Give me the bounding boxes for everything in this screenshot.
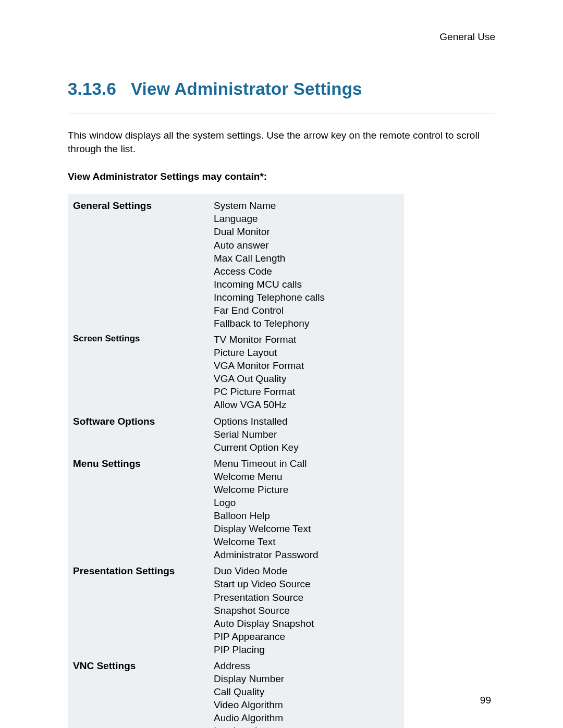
settings-item-list: AddressDisplay NumberCall QualityVideo A…: [209, 658, 404, 728]
settings-item-list: Menu Timeout in CallWelcome MenuWelcome …: [209, 455, 404, 563]
settings-item-list: Duo Video ModeStart up Video SourcePrese…: [209, 563, 404, 658]
settings-category-label: Screen Settings: [68, 331, 209, 413]
settings-category-label: General Settings: [68, 194, 209, 331]
settings-item: Fallback to Telephony: [214, 317, 399, 330]
settings-item: PIP Placing: [214, 643, 399, 656]
settings-item: Menu Timeout in Call: [214, 457, 399, 470]
settings-item: Incoming Telephone calls: [214, 291, 399, 304]
settings-item: TV Monitor Format: [214, 333, 399, 346]
table-row: Menu SettingsMenu Timeout in CallWelcome…: [68, 455, 404, 563]
settings-item: Welcome Text: [214, 535, 399, 548]
settings-item: Display Welcome Text: [214, 522, 399, 535]
settings-item: Current Option Key: [214, 441, 399, 454]
page-content: General Use 3.13.6View Administrator Set…: [0, 0, 563, 728]
settings-table: General SettingsSystem NameLanguageDual …: [68, 194, 404, 728]
settings-item-list: Options InstalledSerial NumberCurrent Op…: [209, 413, 404, 455]
settings-item: Interlaced: [214, 724, 399, 728]
settings-item: Welcome Menu: [214, 470, 399, 483]
settings-item: Snapshot Source: [214, 604, 399, 617]
settings-item: VGA Out Quality: [214, 372, 399, 385]
settings-item-list: System NameLanguageDual MonitorAuto answ…: [209, 194, 404, 331]
settings-item: Address: [214, 659, 399, 672]
heading-rule: [68, 114, 495, 114]
settings-item: Dual Monitor: [214, 225, 399, 238]
table-row: VNC SettingsAddressDisplay NumberCall Qu…: [68, 658, 404, 728]
settings-item: Start up Video Source: [214, 577, 399, 590]
settings-item: Language: [214, 212, 399, 225]
settings-item: Call Quality: [214, 685, 399, 698]
section-heading: 3.13.6View Administrator Settings: [68, 79, 495, 99]
settings-item: Logo: [214, 496, 399, 509]
table-caption: View Administrator Settings may contain*…: [68, 171, 495, 182]
settings-item: Far End Control: [214, 304, 399, 317]
table-row: Software OptionsOptions InstalledSerial …: [68, 413, 404, 455]
section-number: 3.13.6: [68, 79, 116, 99]
page-number: 99: [480, 695, 491, 706]
settings-category-label: Menu Settings: [68, 455, 209, 563]
settings-item: PIP Appearance: [214, 630, 399, 643]
running-head: General Use: [68, 31, 495, 43]
settings-item: Serial Number: [214, 428, 399, 441]
table-row: General SettingsSystem NameLanguageDual …: [68, 194, 404, 331]
settings-category-label: Software Options: [68, 413, 209, 455]
settings-item-list: TV Monitor FormatPicture LayoutVGA Monit…: [209, 331, 404, 413]
settings-item: Balloon Help: [214, 509, 399, 522]
settings-item: Max Call Length: [214, 252, 399, 265]
settings-item: Access Code: [214, 265, 399, 278]
settings-item: Presentation Source: [214, 591, 399, 604]
intro-paragraph: This window displays all the system sett…: [68, 129, 495, 155]
settings-item: Picture Layout: [214, 346, 399, 359]
settings-item: PC Picture Format: [214, 385, 399, 398]
settings-item: Options Installed: [214, 415, 399, 428]
settings-item: Incoming MCU calls: [214, 278, 399, 291]
settings-item: Video Algorithm: [214, 698, 399, 711]
settings-item: Auto answer: [214, 239, 399, 252]
settings-item: Welcome Picture: [214, 483, 399, 496]
section-title: View Administrator Settings: [131, 79, 362, 98]
settings-category-label: Presentation Settings: [68, 563, 209, 658]
settings-item: Auto Display Snapshot: [214, 617, 399, 630]
settings-item: Audio Algorithm: [214, 711, 399, 724]
table-row: Presentation SettingsDuo Video ModeStart…: [68, 563, 404, 658]
table-row: Screen SettingsTV Monitor FormatPicture …: [68, 331, 404, 413]
settings-item: VGA Monitor Format: [214, 359, 399, 372]
settings-item: Duo Video Mode: [214, 564, 399, 577]
settings-category-label: VNC Settings: [68, 658, 209, 728]
settings-item: Display Number: [214, 672, 399, 685]
settings-item: System Name: [214, 199, 399, 212]
settings-item: Allow VGA 50Hz: [214, 398, 399, 411]
settings-item: Administrator Password: [214, 548, 399, 561]
